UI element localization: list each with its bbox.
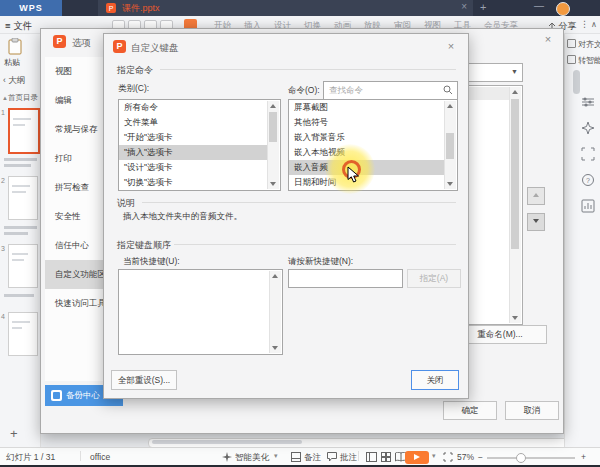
scroll-up-icon[interactable] [512,90,518,94]
beautify-star-icon[interactable] [581,121,595,135]
category-insert-tab[interactable]: "插入"选项卡 [119,145,267,160]
play-caret-icon[interactable]: ▾ [432,452,436,460]
zoom-slider-handle[interactable] [516,453,526,463]
wps-dialog-icon: P [53,35,66,48]
help-icon[interactable]: ? [581,173,595,187]
listbox-scrollbar[interactable] [509,87,521,323]
cancel-button[interactable]: 取消 [505,401,559,420]
smart-graphic-item[interactable]: 转智能图形 [567,55,600,66]
category-listbox[interactable]: 所有命令 文件菜单 "开始"选项卡 "插入"选项卡 "设计"选项卡 "切换"选项… [118,99,281,191]
slide-thumbnail-4[interactable] [8,312,38,356]
command-scrollbar[interactable] [444,101,456,189]
add-slide-button[interactable]: + [10,426,18,441]
normal-view-icon[interactable] [366,452,377,462]
paste-label[interactable]: 粘贴 [4,57,20,68]
hamburger-icon: ≡ [5,20,11,31]
fit-slide-icon[interactable] [581,147,595,161]
zoom-level[interactable]: 57% [457,452,474,462]
horizontal-scrollbar-thumb[interactable] [152,440,302,444]
command-screenshot[interactable]: 屏幕截图 [289,100,444,115]
right-toolbar-rail: 对齐文本 转智能图形 ? [564,33,600,447]
wps-home-button[interactable]: WPS [0,0,62,16]
scroll-down-icon[interactable] [270,182,276,186]
slide-counter: 幻灯片 1 / 31 [6,452,55,464]
zoom-out-icon[interactable]: − [478,452,483,462]
search-placeholder: 查找命令 [329,85,363,97]
chart-icon[interactable] [581,199,595,213]
smart-beautify-button[interactable]: 智能美化 [235,452,269,464]
align-text-icon [567,39,576,48]
category-file-menu[interactable]: 文件菜单 [119,115,267,130]
notes-button[interactable]: 备注 [304,452,321,464]
scroll-up-icon[interactable] [272,274,278,278]
comments-button[interactable]: 批注 [340,452,357,464]
theme-name[interactable]: office [90,452,110,462]
group-separator [160,69,456,70]
scrollbar-thumb[interactable] [511,99,519,249]
slide-thumbnail-panel: 粘贴 ‹ 大纲 ▲首页目录 1 2 3 4 + [0,33,41,447]
move-down-button[interactable] [527,213,545,231]
options-close-icon[interactable]: × [541,33,555,45]
slide-thumbnail-1[interactable] [8,108,40,154]
new-shortcut-input[interactable] [288,269,403,288]
category-all-commands[interactable]: 所有命令 [119,100,267,115]
slide-sorter-icon[interactable] [381,452,391,462]
category-transition-tab[interactable]: "切换"选项卡 [119,175,267,190]
outline-tab[interactable]: ‹ 大纲 [3,75,25,87]
collapse-ribbon-icon[interactable]: ∧ [591,20,597,29]
vertical-scrollbar-thumb[interactable] [573,70,580,94]
beautify-icon[interactable] [222,452,232,462]
command-embed-local-video[interactable]: 嵌入本地视频 [289,145,444,160]
move-up-button[interactable] [527,187,545,205]
minimize-icon[interactable]: — [534,0,544,11]
new-tab-icon[interactable]: + [480,1,486,13]
close-button[interactable]: 关闭 [411,370,459,390]
category-label: 类别(C): [118,83,149,95]
outline-first-item[interactable]: ▲首页目录 [2,93,39,103]
specify-command-group-label: 指定命令 [117,64,153,77]
user-avatar[interactable] [556,2,570,16]
document-tab[interactable]: P 课件.pptx × [98,0,473,16]
scroll-down-icon[interactable] [512,316,518,320]
align-text-item[interactable]: 对齐文本 [567,39,600,50]
slide-thumbnail-2[interactable] [8,176,38,220]
category-scrollbar[interactable] [267,101,279,189]
command-date-time[interactable]: 日期和时间 [289,175,444,190]
back-arrow-icon: ‹ [3,75,6,85]
play-slideshow-button[interactable] [405,451,429,464]
zoom-slider-track[interactable] [487,457,575,459]
options-dialog-title: 选项 [72,37,91,50]
category-design-tab[interactable]: "设计"选项卡 [119,160,267,175]
current-shortcut-listbox[interactable] [118,269,283,355]
comments-icon[interactable] [327,452,337,462]
properties-icon[interactable] [581,95,595,109]
scroll-down-icon[interactable] [447,182,453,186]
reset-all-button[interactable]: 全部重设(S)... [111,370,177,390]
assign-button[interactable]: 指定(A) [407,269,461,288]
ok-button[interactable]: 确定 [443,401,497,420]
scrollbar-thumb[interactable] [446,133,454,159]
file-menu-button[interactable]: ≡ 文件 [5,20,32,33]
scroll-up-icon[interactable] [447,104,453,108]
command-other-symbols[interactable]: 其他符号 [289,115,444,130]
scroll-up-icon[interactable] [270,104,276,108]
current-shortcut-scrollbar[interactable] [269,271,281,353]
beautify-caret-icon[interactable]: ▾ [274,452,278,460]
fit-window-icon[interactable] [443,452,453,462]
keyboard-close-icon[interactable]: × [444,40,458,52]
command-listbox[interactable]: 屏幕截图 其他符号 嵌入背景音乐 嵌入本地视频 嵌入音频 日期和时间 [288,99,458,191]
scrollbar-thumb[interactable] [269,112,277,142]
command-search-input[interactable]: 查找命令 [323,81,458,100]
slide-thumbnail-3[interactable] [8,244,38,288]
more-options-icon[interactable]: ⋮ [580,19,589,29]
wps-dialog-icon: P [113,40,126,53]
close-tab-icon[interactable]: × [461,1,467,12]
paste-icon[interactable] [8,38,23,55]
notes-icon[interactable] [291,452,301,462]
scroll-down-icon[interactable] [272,346,278,350]
zoom-in-icon[interactable]: + [581,452,586,462]
command-embed-audio[interactable]: 嵌入音频 [289,160,444,175]
category-home-tab[interactable]: "开始"选项卡 [119,130,267,145]
command-embed-bg-music[interactable]: 嵌入背景音乐 [289,130,444,145]
outline-text-bar [4,158,37,161]
